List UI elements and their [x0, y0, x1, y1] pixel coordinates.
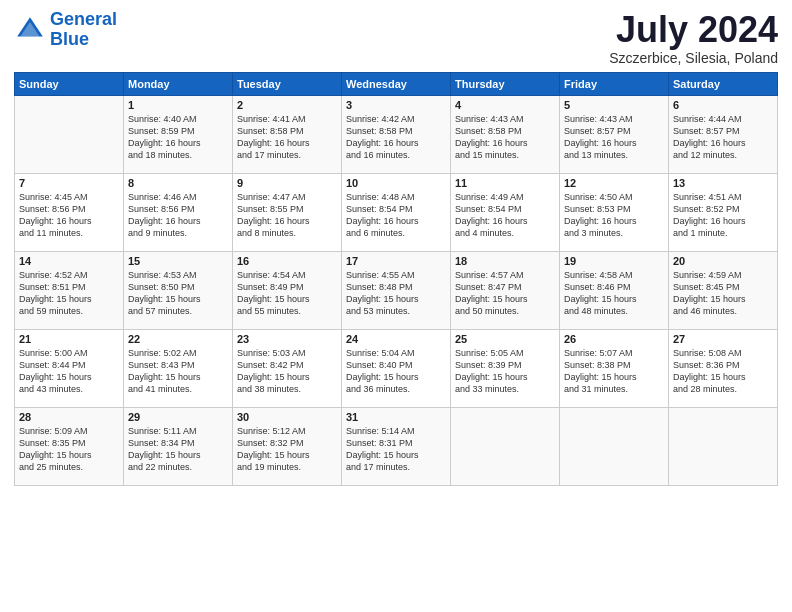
- day-cell: 20Sunrise: 4:59 AM Sunset: 8:45 PM Dayli…: [669, 251, 778, 329]
- day-info: Sunrise: 5:04 AM Sunset: 8:40 PM Dayligh…: [346, 347, 446, 396]
- logo-text: General Blue: [50, 10, 117, 50]
- header-cell-friday: Friday: [560, 72, 669, 95]
- week-row-2: 7Sunrise: 4:45 AM Sunset: 8:56 PM Daylig…: [15, 173, 778, 251]
- day-number: 16: [237, 255, 337, 267]
- day-cell: 14Sunrise: 4:52 AM Sunset: 8:51 PM Dayli…: [15, 251, 124, 329]
- day-info: Sunrise: 4:44 AM Sunset: 8:57 PM Dayligh…: [673, 113, 773, 162]
- day-info: Sunrise: 5:11 AM Sunset: 8:34 PM Dayligh…: [128, 425, 228, 474]
- day-number: 17: [346, 255, 446, 267]
- header: General Blue July 2024 Szczerbice, Siles…: [14, 10, 778, 66]
- day-cell: 25Sunrise: 5:05 AM Sunset: 8:39 PM Dayli…: [451, 329, 560, 407]
- day-cell: 15Sunrise: 4:53 AM Sunset: 8:50 PM Dayli…: [124, 251, 233, 329]
- day-info: Sunrise: 5:00 AM Sunset: 8:44 PM Dayligh…: [19, 347, 119, 396]
- calendar-table: SundayMondayTuesdayWednesdayThursdayFrid…: [14, 72, 778, 486]
- day-info: Sunrise: 4:49 AM Sunset: 8:54 PM Dayligh…: [455, 191, 555, 240]
- day-cell: 26Sunrise: 5:07 AM Sunset: 8:38 PM Dayli…: [560, 329, 669, 407]
- day-cell: 8Sunrise: 4:46 AM Sunset: 8:56 PM Daylig…: [124, 173, 233, 251]
- day-number: 24: [346, 333, 446, 345]
- day-number: 31: [346, 411, 446, 423]
- calendar-body: 1Sunrise: 4:40 AM Sunset: 8:59 PM Daylig…: [15, 95, 778, 485]
- day-cell: 30Sunrise: 5:12 AM Sunset: 8:32 PM Dayli…: [233, 407, 342, 485]
- day-cell: 7Sunrise: 4:45 AM Sunset: 8:56 PM Daylig…: [15, 173, 124, 251]
- day-number: 28: [19, 411, 119, 423]
- subtitle: Szczerbice, Silesia, Poland: [609, 50, 778, 66]
- header-cell-sunday: Sunday: [15, 72, 124, 95]
- week-row-3: 14Sunrise: 4:52 AM Sunset: 8:51 PM Dayli…: [15, 251, 778, 329]
- day-number: 21: [19, 333, 119, 345]
- day-cell: 18Sunrise: 4:57 AM Sunset: 8:47 PM Dayli…: [451, 251, 560, 329]
- day-info: Sunrise: 4:50 AM Sunset: 8:53 PM Dayligh…: [564, 191, 664, 240]
- day-info: Sunrise: 4:53 AM Sunset: 8:50 PM Dayligh…: [128, 269, 228, 318]
- day-number: 4: [455, 99, 555, 111]
- day-number: 3: [346, 99, 446, 111]
- day-info: Sunrise: 4:51 AM Sunset: 8:52 PM Dayligh…: [673, 191, 773, 240]
- day-info: Sunrise: 5:07 AM Sunset: 8:38 PM Dayligh…: [564, 347, 664, 396]
- day-cell: 24Sunrise: 5:04 AM Sunset: 8:40 PM Dayli…: [342, 329, 451, 407]
- day-cell: 10Sunrise: 4:48 AM Sunset: 8:54 PM Dayli…: [342, 173, 451, 251]
- day-cell: 5Sunrise: 4:43 AM Sunset: 8:57 PM Daylig…: [560, 95, 669, 173]
- day-cell: 22Sunrise: 5:02 AM Sunset: 8:43 PM Dayli…: [124, 329, 233, 407]
- day-info: Sunrise: 4:41 AM Sunset: 8:58 PM Dayligh…: [237, 113, 337, 162]
- day-info: Sunrise: 4:42 AM Sunset: 8:58 PM Dayligh…: [346, 113, 446, 162]
- day-number: 20: [673, 255, 773, 267]
- day-number: 14: [19, 255, 119, 267]
- day-cell: 1Sunrise: 4:40 AM Sunset: 8:59 PM Daylig…: [124, 95, 233, 173]
- day-info: Sunrise: 4:48 AM Sunset: 8:54 PM Dayligh…: [346, 191, 446, 240]
- day-cell: 28Sunrise: 5:09 AM Sunset: 8:35 PM Dayli…: [15, 407, 124, 485]
- day-cell: [451, 407, 560, 485]
- day-cell: 6Sunrise: 4:44 AM Sunset: 8:57 PM Daylig…: [669, 95, 778, 173]
- day-cell: 12Sunrise: 4:50 AM Sunset: 8:53 PM Dayli…: [560, 173, 669, 251]
- day-number: 2: [237, 99, 337, 111]
- page: General Blue July 2024 Szczerbice, Siles…: [0, 0, 792, 612]
- day-number: 9: [237, 177, 337, 189]
- day-number: 15: [128, 255, 228, 267]
- day-number: 29: [128, 411, 228, 423]
- main-title: July 2024: [609, 10, 778, 50]
- day-info: Sunrise: 4:43 AM Sunset: 8:57 PM Dayligh…: [564, 113, 664, 162]
- day-info: Sunrise: 4:54 AM Sunset: 8:49 PM Dayligh…: [237, 269, 337, 318]
- day-cell: 29Sunrise: 5:11 AM Sunset: 8:34 PM Dayli…: [124, 407, 233, 485]
- day-info: Sunrise: 4:40 AM Sunset: 8:59 PM Dayligh…: [128, 113, 228, 162]
- day-number: 7: [19, 177, 119, 189]
- week-row-4: 21Sunrise: 5:00 AM Sunset: 8:44 PM Dayli…: [15, 329, 778, 407]
- day-info: Sunrise: 4:55 AM Sunset: 8:48 PM Dayligh…: [346, 269, 446, 318]
- day-cell: 4Sunrise: 4:43 AM Sunset: 8:58 PM Daylig…: [451, 95, 560, 173]
- logo-line2: Blue: [50, 29, 89, 49]
- title-block: July 2024 Szczerbice, Silesia, Poland: [609, 10, 778, 66]
- day-cell: 17Sunrise: 4:55 AM Sunset: 8:48 PM Dayli…: [342, 251, 451, 329]
- header-row: SundayMondayTuesdayWednesdayThursdayFrid…: [15, 72, 778, 95]
- day-number: 18: [455, 255, 555, 267]
- week-row-1: 1Sunrise: 4:40 AM Sunset: 8:59 PM Daylig…: [15, 95, 778, 173]
- day-info: Sunrise: 4:43 AM Sunset: 8:58 PM Dayligh…: [455, 113, 555, 162]
- day-number: 5: [564, 99, 664, 111]
- day-number: 22: [128, 333, 228, 345]
- day-number: 23: [237, 333, 337, 345]
- day-cell: 27Sunrise: 5:08 AM Sunset: 8:36 PM Dayli…: [669, 329, 778, 407]
- day-cell: 9Sunrise: 4:47 AM Sunset: 8:55 PM Daylig…: [233, 173, 342, 251]
- day-cell: 19Sunrise: 4:58 AM Sunset: 8:46 PM Dayli…: [560, 251, 669, 329]
- day-number: 10: [346, 177, 446, 189]
- day-info: Sunrise: 5:08 AM Sunset: 8:36 PM Dayligh…: [673, 347, 773, 396]
- day-number: 30: [237, 411, 337, 423]
- day-number: 27: [673, 333, 773, 345]
- day-cell: 3Sunrise: 4:42 AM Sunset: 8:58 PM Daylig…: [342, 95, 451, 173]
- day-info: Sunrise: 4:52 AM Sunset: 8:51 PM Dayligh…: [19, 269, 119, 318]
- day-info: Sunrise: 5:14 AM Sunset: 8:31 PM Dayligh…: [346, 425, 446, 474]
- day-cell: 31Sunrise: 5:14 AM Sunset: 8:31 PM Dayli…: [342, 407, 451, 485]
- header-cell-saturday: Saturday: [669, 72, 778, 95]
- day-cell: [560, 407, 669, 485]
- calendar-header: SundayMondayTuesdayWednesdayThursdayFrid…: [15, 72, 778, 95]
- day-cell: 13Sunrise: 4:51 AM Sunset: 8:52 PM Dayli…: [669, 173, 778, 251]
- day-info: Sunrise: 5:03 AM Sunset: 8:42 PM Dayligh…: [237, 347, 337, 396]
- day-info: Sunrise: 4:57 AM Sunset: 8:47 PM Dayligh…: [455, 269, 555, 318]
- header-cell-wednesday: Wednesday: [342, 72, 451, 95]
- day-cell: 21Sunrise: 5:00 AM Sunset: 8:44 PM Dayli…: [15, 329, 124, 407]
- day-info: Sunrise: 4:45 AM Sunset: 8:56 PM Dayligh…: [19, 191, 119, 240]
- day-cell: [669, 407, 778, 485]
- day-info: Sunrise: 4:47 AM Sunset: 8:55 PM Dayligh…: [237, 191, 337, 240]
- logo: General Blue: [14, 10, 117, 50]
- day-number: 12: [564, 177, 664, 189]
- day-info: Sunrise: 5:09 AM Sunset: 8:35 PM Dayligh…: [19, 425, 119, 474]
- header-cell-tuesday: Tuesday: [233, 72, 342, 95]
- header-cell-thursday: Thursday: [451, 72, 560, 95]
